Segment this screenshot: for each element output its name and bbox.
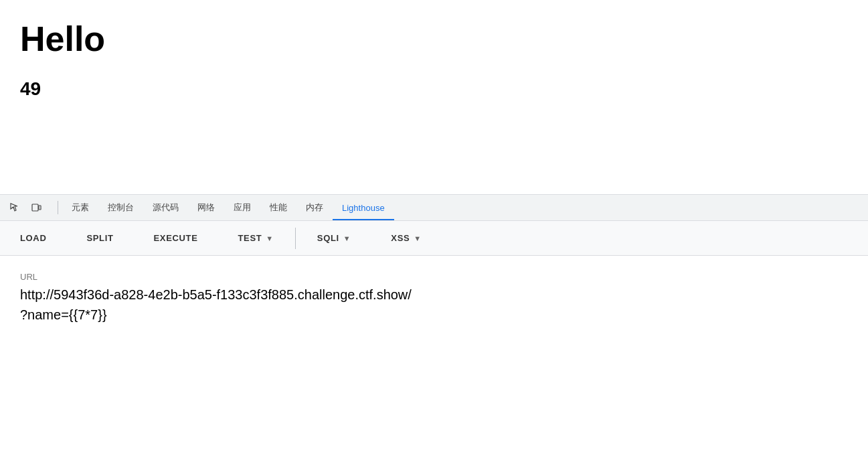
devtools-icons: [5, 198, 46, 217]
split-button[interactable]: SPLIT: [66, 221, 133, 255]
toolbar-divider-1: [295, 228, 296, 249]
devtools-tabs: 元素 控制台 源代码 网络 应用 性能 内存 Lighthouse: [62, 195, 863, 220]
tab-performance[interactable]: 性能: [260, 195, 296, 220]
url-section: URL http://5943f36d-a828-4e2b-b5a5-f133c…: [0, 256, 868, 338]
xss-button[interactable]: XSS ▼: [371, 221, 442, 255]
devtools-divider: [58, 201, 58, 214]
svg-rect-0: [32, 204, 38, 211]
tab-lighthouse[interactable]: Lighthouse: [333, 195, 394, 220]
page-number: 49: [20, 78, 848, 100]
test-label: TEST: [238, 233, 262, 243]
toolbar-bar: LOAD SPLIT EXECUTE TEST ▼ SQLI ▼ XSS ▼: [0, 221, 868, 256]
tab-application[interactable]: 应用: [224, 195, 260, 220]
xss-label: XSS: [391, 233, 410, 243]
tab-console[interactable]: 控制台: [98, 195, 143, 220]
xss-dropdown-arrow: ▼: [414, 234, 422, 242]
test-dropdown-arrow: ▼: [266, 234, 274, 242]
devtools-bar: 元素 控制台 源代码 网络 应用 性能 内存 Lighthouse: [0, 194, 868, 221]
inspect-element-button[interactable]: [5, 198, 24, 217]
load-label: LOAD: [20, 233, 46, 243]
svg-rect-1: [39, 206, 41, 210]
tab-elements[interactable]: 元素: [62, 195, 98, 220]
sqli-dropdown-arrow: ▼: [343, 234, 351, 242]
tab-network[interactable]: 网络: [188, 195, 224, 220]
test-button[interactable]: TEST ▼: [218, 221, 293, 255]
device-toolbar-button[interactable]: [27, 198, 46, 217]
url-label: URL: [20, 272, 848, 282]
split-label: SPLIT: [86, 233, 113, 243]
sqli-label: SQLI: [317, 233, 339, 243]
main-content: Hello 49: [0, 0, 868, 194]
execute-button[interactable]: EXECUTE: [134, 221, 218, 255]
load-button[interactable]: LOAD: [0, 221, 66, 255]
url-value: http://5943f36d-a828-4e2b-b5a5-f133c3f3f…: [20, 285, 848, 325]
tab-sources[interactable]: 源代码: [143, 195, 188, 220]
sqli-button[interactable]: SQLI ▼: [297, 221, 371, 255]
page-title: Hello: [20, 20, 848, 58]
execute-label: EXECUTE: [154, 233, 198, 243]
tab-memory[interactable]: 内存: [296, 195, 333, 220]
